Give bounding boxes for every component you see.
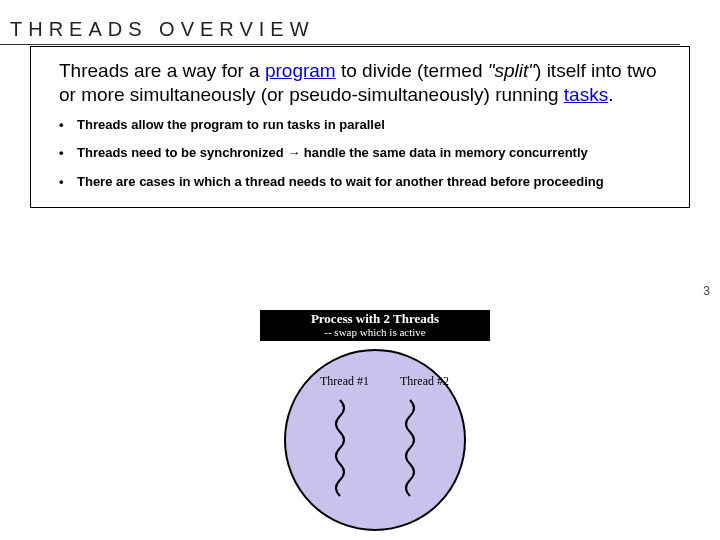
- process-circle-svg: Thread #1 Thread #2: [270, 345, 480, 535]
- bullet-item: There are cases in which a thread needs …: [59, 174, 673, 191]
- diagram-body: Thread #1 Thread #2: [260, 341, 490, 535]
- intro-text-end: .: [608, 84, 613, 105]
- link-program[interactable]: program: [265, 60, 336, 81]
- intro-paragraph: Threads are a way for a program to divid…: [59, 59, 673, 107]
- thread1-label: Thread #1: [320, 374, 369, 388]
- bullet-item: Threads need to be synchronized → handle…: [59, 145, 673, 162]
- thread-diagram: Process with 2 Threads -- swap which is …: [260, 310, 490, 535]
- page-number: 3: [703, 284, 710, 298]
- thread2-label: Thread #2: [400, 374, 449, 388]
- intro-italic: "split": [488, 60, 535, 81]
- slide-title: THREADS OVERVIEW: [10, 18, 315, 41]
- bullet-list: Threads allow the program to run tasks i…: [59, 117, 673, 192]
- bullet-item: Threads allow the program to run tasks i…: [59, 117, 673, 134]
- content-box: Threads are a way for a program to divid…: [30, 46, 690, 208]
- intro-text-mid1: to divide (termed: [336, 60, 488, 81]
- diagram-subtitle: -- swap which is active: [260, 326, 490, 341]
- intro-text-pre: Threads are a way for a: [59, 60, 265, 81]
- diagram-title: Process with 2 Threads: [260, 310, 490, 326]
- title-underline: [0, 44, 680, 45]
- link-tasks[interactable]: tasks: [564, 84, 608, 105]
